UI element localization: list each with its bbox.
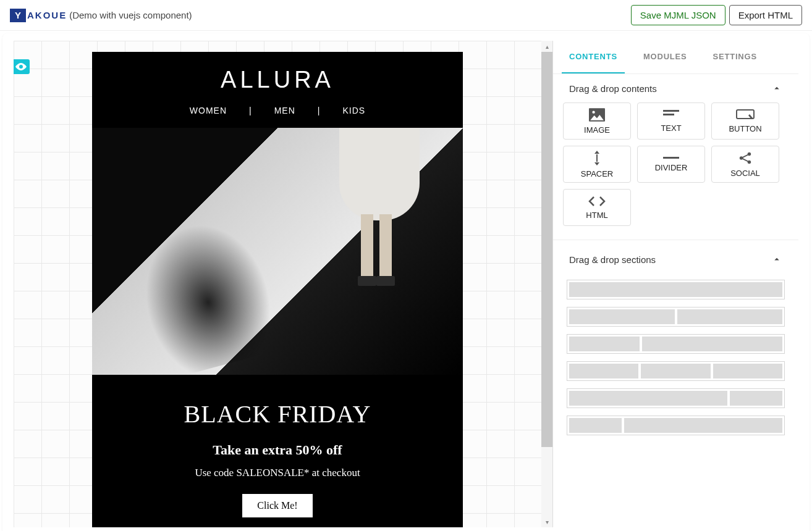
svg-point-1 <box>592 111 594 113</box>
eye-icon <box>15 63 27 70</box>
scroll-up-icon[interactable]: ▴ <box>541 41 552 52</box>
contents-section-title: Drag & drop contents <box>569 83 657 94</box>
block-spacer[interactable]: SPACER <box>563 146 631 183</box>
block-label: IMAGE <box>584 125 610 135</box>
spacer-icon <box>592 151 602 165</box>
content-blocks: IMAGE TEXT BUTTON SPACER DIVIDER SOCIAL <box>553 102 798 235</box>
button-icon <box>736 109 755 120</box>
email-promo: BLACK FRIDAY Take an extra 50% off Use c… <box>92 375 463 527</box>
email-nav: WOMEN | MEN | KIDS <box>92 93 463 128</box>
sections-section-header[interactable]: Drag & drop sections <box>553 245 798 274</box>
image-icon <box>589 108 605 122</box>
share-icon <box>738 151 752 165</box>
promo-cta-button[interactable]: Click Me! <box>242 494 312 517</box>
section-template-2col[interactable] <box>567 307 785 327</box>
block-social[interactable]: SOCIAL <box>711 146 779 183</box>
section-template-1-2col[interactable] <box>567 334 785 354</box>
nav-sep: | <box>318 106 321 115</box>
block-divider[interactable]: DIVIDER <box>637 146 705 183</box>
text-icon <box>663 110 679 120</box>
code-icon <box>588 196 606 207</box>
promo-subtitle: Take an extra 50% off <box>104 442 450 458</box>
svg-rect-3 <box>663 114 674 115</box>
tab-settings[interactable]: SETTINGS <box>706 41 764 73</box>
block-label: DIVIDER <box>655 163 688 172</box>
sidebar-tabs: CONTENTS MODULES SETTINGS <box>553 41 798 74</box>
tab-contents[interactable]: CONTENTS <box>562 41 625 73</box>
save-mjml-button[interactable]: Save MJML JSON <box>631 5 725 25</box>
brand-logo: Y AKOUE <box>10 9 67 22</box>
brand-name: AKOUE <box>27 10 67 20</box>
section-template-1col[interactable] <box>567 280 785 299</box>
export-html-button[interactable]: Export HTML <box>729 5 802 25</box>
svg-rect-2 <box>663 110 679 112</box>
workspace: ALLURA WOMEN | MEN | KIDS BLACK FRIDAY T… <box>2 33 810 531</box>
chevron-up-icon <box>771 254 782 265</box>
sidebar: CONTENTS MODULES SETTINGS Drag & drop co… <box>552 41 798 527</box>
email-hero-image[interactable] <box>92 128 463 375</box>
section-template-1-3col[interactable] <box>567 416 785 435</box>
block-text[interactable]: TEXT <box>637 102 705 140</box>
block-label: TEXT <box>661 123 681 133</box>
email-header: ALLURA WOMEN | MEN | KIDS <box>92 52 463 128</box>
sections-section-title: Drag & drop sections <box>569 254 656 265</box>
block-image[interactable]: IMAGE <box>563 102 631 140</box>
block-label: SOCIAL <box>730 169 760 178</box>
block-label: BUTTON <box>729 124 761 133</box>
scrollbar-thumb[interactable] <box>541 52 552 447</box>
nav-men[interactable]: MEN <box>274 106 295 115</box>
promo-code: Use code SALEONSALE* at checkout <box>104 467 450 479</box>
email-brand: ALLURA <box>92 67 463 93</box>
svg-rect-5 <box>663 157 679 159</box>
block-html[interactable]: HTML <box>563 189 631 226</box>
scroll-down-icon[interactable]: ▾ <box>541 516 552 527</box>
section-template-3col[interactable] <box>567 361 785 381</box>
preview-toggle-button[interactable] <box>14 59 30 74</box>
sections-list <box>553 274 798 441</box>
canvas-scrollbar[interactable]: ▴ ▾ <box>541 41 552 527</box>
promo-title: BLACK FRIDAY <box>104 399 450 429</box>
nav-women[interactable]: WOMEN <box>190 106 227 115</box>
chevron-up-icon <box>771 83 782 94</box>
block-label: HTML <box>586 211 607 220</box>
tab-modules[interactable]: MODULES <box>636 41 695 73</box>
nav-kids[interactable]: KIDS <box>342 106 365 115</box>
email-preview[interactable]: ALLURA WOMEN | MEN | KIDS BLACK FRIDAY T… <box>92 52 463 527</box>
block-label: SPACER <box>581 169 614 178</box>
section-template-3-1col[interactable] <box>567 388 785 408</box>
canvas-area[interactable]: ALLURA WOMEN | MEN | KIDS BLACK FRIDAY T… <box>14 41 541 527</box>
contents-section-header[interactable]: Drag & drop contents <box>553 74 798 102</box>
topbar: Y AKOUE (Demo with vuejs component) Save… <box>0 0 812 31</box>
divider-icon <box>663 157 679 159</box>
brand-icon: Y <box>10 9 26 22</box>
block-button[interactable]: BUTTON <box>711 102 779 140</box>
nav-sep: | <box>249 106 252 115</box>
brand-tagline: (Demo with vuejs component) <box>69 10 192 20</box>
